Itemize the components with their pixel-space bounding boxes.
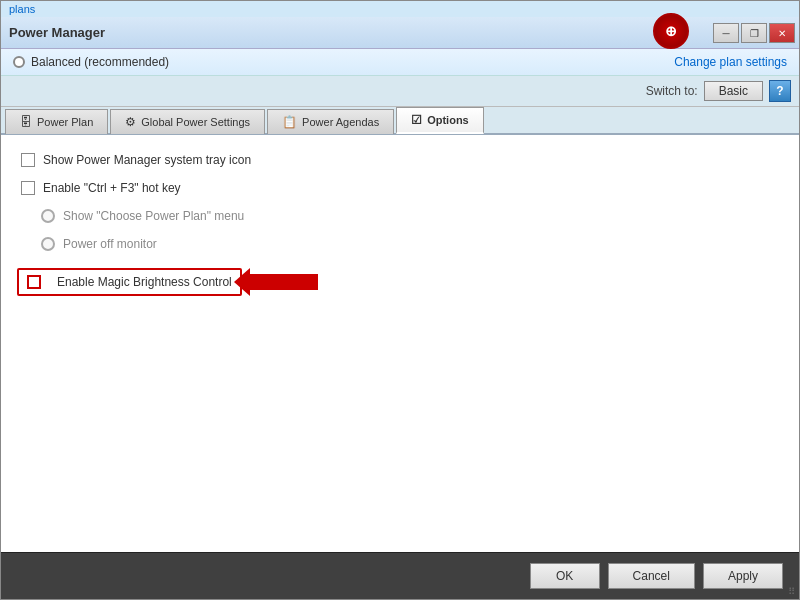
title-bar: Power Manager ⊕ ─ ❐ ✕ (1, 17, 799, 49)
show-menu-row: Show "Choose Power Plan" menu (41, 207, 779, 225)
bottom-bar: OK Cancel Apply (1, 552, 799, 599)
switch-to-label: Switch to: (646, 84, 698, 98)
basic-button[interactable]: Basic (704, 81, 763, 101)
power-agendas-icon: 📋 (282, 115, 297, 129)
tab-options[interactable]: ☑ Options (396, 107, 484, 134)
window-controls: ─ ❐ ✕ (713, 23, 795, 43)
window-title: Power Manager (9, 25, 105, 40)
tab-power-agendas[interactable]: 📋 Power Agendas (267, 109, 394, 134)
magic-brightness-row: Enable Magic Brightness Control (21, 271, 238, 293)
ok-button[interactable]: OK (530, 563, 600, 589)
minimize-button[interactable]: ─ (713, 23, 739, 43)
power-off-radio[interactable] (41, 237, 55, 251)
plans-link[interactable]: plans (9, 3, 35, 15)
balanced-radio[interactable] (13, 56, 25, 68)
magic-brightness-checkbox[interactable] (27, 275, 41, 289)
arrow-body (248, 274, 318, 290)
cancel-button[interactable]: Cancel (608, 563, 695, 589)
apply-button[interactable]: Apply (703, 563, 783, 589)
tab-options-label: Options (427, 114, 469, 126)
battery-symbol: ⊕ (665, 23, 677, 39)
power-plan-icon: 🗄 (20, 115, 32, 129)
tabs-bar: 🗄 Power Plan ⚙ Global Power Settings 📋 P… (1, 107, 799, 135)
arrow-head (234, 268, 250, 296)
options-icon: ☑ (411, 113, 422, 127)
battery-icon-button[interactable]: ⊕ (653, 13, 689, 49)
plan-name: Balanced (recommended) (31, 55, 169, 69)
balanced-label: Balanced (recommended) (13, 55, 169, 69)
resize-handle[interactable]: ⠿ (788, 586, 795, 597)
content-area: Show Power Manager system tray icon Enab… (1, 135, 799, 552)
hotkey-label: Enable "Ctrl + F3" hot key (43, 181, 181, 195)
arrow-annotation (248, 274, 318, 290)
change-plan-link[interactable]: Change plan settings (674, 55, 787, 69)
tab-global-power-settings[interactable]: ⚙ Global Power Settings (110, 109, 265, 134)
tray-icon-label: Show Power Manager system tray icon (43, 153, 251, 167)
hotkey-row: Enable "Ctrl + F3" hot key (21, 179, 779, 197)
close-button[interactable]: ✕ (769, 23, 795, 43)
magic-brightness-label: Enable Magic Brightness Control (57, 275, 232, 289)
switch-bar: Switch to: Basic ? (1, 76, 799, 107)
tab-power-plan-label: Power Plan (37, 116, 93, 128)
tray-icon-checkbox[interactable] (21, 153, 35, 167)
tab-power-plan[interactable]: 🗄 Power Plan (5, 109, 108, 134)
show-menu-label: Show "Choose Power Plan" menu (63, 209, 244, 223)
global-settings-icon: ⚙ (125, 115, 136, 129)
power-off-monitor-row: Power off monitor (41, 235, 779, 253)
magic-brightness-container: Enable Magic Brightness Control (21, 271, 318, 293)
hotkey-checkbox[interactable] (21, 181, 35, 195)
tray-icon-row: Show Power Manager system tray icon (21, 151, 779, 169)
tab-global-label: Global Power Settings (141, 116, 250, 128)
main-window: plans Power Manager ⊕ ─ ❐ ✕ Balanced (re… (0, 0, 800, 600)
show-menu-radio[interactable] (41, 209, 55, 223)
tab-agendas-label: Power Agendas (302, 116, 379, 128)
info-bar: Balanced (recommended) Change plan setti… (1, 49, 799, 76)
restore-button[interactable]: ❐ (741, 23, 767, 43)
help-button[interactable]: ? (769, 80, 791, 102)
power-off-label: Power off monitor (63, 237, 157, 251)
